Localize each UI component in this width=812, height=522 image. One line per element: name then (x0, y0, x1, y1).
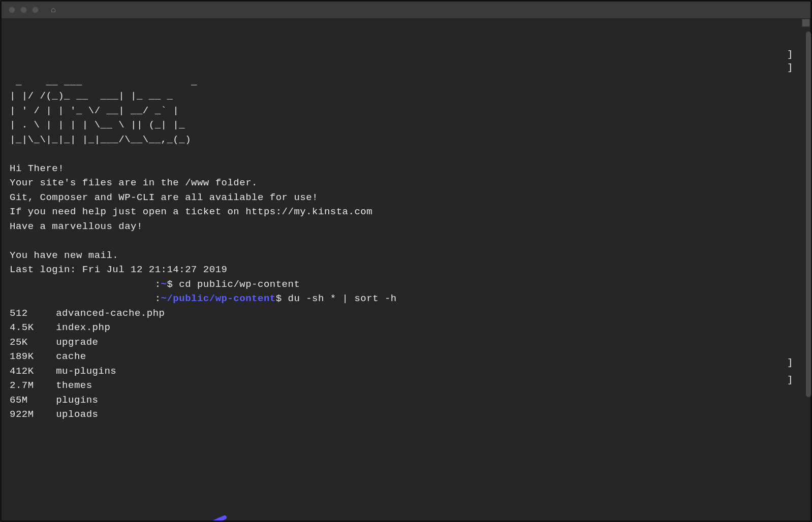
prompt-path: ~ (161, 279, 167, 290)
du-size: 4.5K (10, 320, 56, 335)
du-filename: advanced-cache.php (56, 308, 165, 319)
motd-line: Hi There! (10, 163, 64, 174)
du-row: 25Kupgrade (10, 337, 99, 348)
wrap-bracket: ] (787, 47, 793, 62)
home-icon[interactable]: ⌂ (51, 6, 56, 15)
scroll-track-icon[interactable] (802, 19, 810, 27)
window-titlebar[interactable]: ⌂ (2, 2, 810, 19)
du-size: 189K (10, 349, 56, 364)
ascii-art-logo: _ __ ___ _ | |/ /(_)_ __ ___| |_ __ _ | … (10, 76, 276, 145)
maximize-icon[interactable] (32, 7, 39, 13)
command-text: du -sh * | sort -h (288, 293, 397, 304)
command-text: cd public/wp-content (179, 279, 300, 290)
motd-line: Have a marvellous day! (10, 221, 143, 232)
du-row: 189Kcache (10, 351, 86, 362)
prompt-path: ~/public/wp-content (161, 293, 276, 304)
close-icon[interactable] (9, 7, 15, 13)
scrollbar-thumb[interactable] (806, 31, 811, 397)
mail-notice: You have new mail. (10, 250, 118, 261)
du-filename: upgrade (56, 337, 98, 348)
motd-line: Git, Composer and WP-CLI are all availab… (10, 192, 318, 203)
arrow-annotation-icon (131, 486, 232, 520)
wrap-bracket: ] (787, 373, 793, 387)
du-row: 2.7Mthemes (10, 380, 92, 391)
motd-line: Your site's files are in the /www folder… (10, 177, 258, 188)
svg-line-0 (141, 517, 225, 520)
wrap-bracket: ] (787, 60, 793, 75)
du-filename: plugins (56, 395, 98, 406)
du-filename: mu-plugins (56, 366, 116, 377)
du-row: 512advanced-cache.php (10, 308, 165, 319)
du-filename: themes (56, 380, 92, 391)
du-row: 65Mplugins (10, 395, 99, 406)
terminal-window: ⌂ ] ] _ __ ___ _ | |/ /(_)_ __ ___| |_ _… (0, 0, 812, 522)
du-row: 4.5Kindex.php (10, 322, 110, 333)
du-size: 412K (10, 364, 56, 379)
du-size: 512 (10, 306, 56, 321)
du-filename: uploads (56, 409, 98, 420)
last-login: Last login: Fri Jul 12 21:14:27 2019 (10, 264, 227, 275)
wrap-bracket: ] (787, 355, 793, 370)
du-size: 65M (10, 393, 56, 408)
prompt-line-2: :~/public/wp-content$ du -sh * | sort -h (10, 293, 397, 304)
du-row: 922Muploads (10, 409, 99, 420)
du-row: 412Kmu-plugins (10, 366, 116, 377)
motd-line: If you need help just open a ticket on h… (10, 206, 372, 217)
prompt-line-1: :~$ cd public/wp-content (10, 279, 300, 290)
du-filename: index.php (56, 322, 110, 333)
minimize-icon[interactable] (20, 7, 27, 13)
du-size: 25K (10, 335, 56, 350)
du-filename: cache (56, 351, 86, 362)
du-size: 922M (10, 407, 56, 422)
terminal-viewport[interactable]: ] ] _ __ ___ _ | |/ /(_)_ __ ___| |_ __ … (2, 19, 810, 520)
du-size: 2.7M (10, 378, 56, 393)
